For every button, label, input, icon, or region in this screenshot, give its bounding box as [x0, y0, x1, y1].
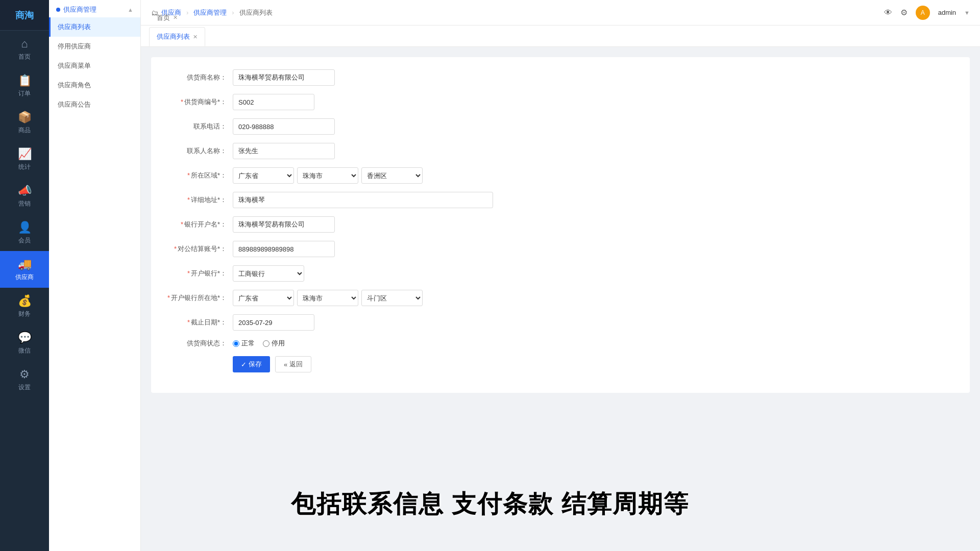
breadcrumb-current: 供应商列表: [239, 8, 273, 17]
status-normal-radio[interactable]: 正常: [233, 339, 255, 348]
supplier-name-label: 供货商名称：: [166, 73, 233, 82]
admin-dropdown-icon[interactable]: ▼: [964, 10, 970, 16]
marketing-icon: 📣: [18, 184, 32, 197]
tab-close-supplier-list[interactable]: ✕: [193, 34, 198, 40]
bank-name-select[interactable]: 工商银行建设银行中国银行农业银行: [233, 265, 304, 282]
nav-item-supplier-notice[interactable]: 供应商公告: [49, 95, 140, 114]
nav-collapse-icon[interactable]: ▲: [128, 7, 133, 13]
field-contact-name: 联系人名称：: [166, 143, 954, 159]
sidebar-item-product[interactable]: 📦 商品: [0, 104, 49, 141]
field-bank-region: 开户银行所在地*： 广东省广西省 珠海市广州市 斗门区香洲区金湾区: [166, 290, 954, 306]
field-supplier-code: 供货商编号*：: [166, 94, 954, 110]
sidebar-item-order[interactable]: 📋 订单: [0, 67, 49, 104]
supplier-name-input[interactable]: [233, 69, 335, 86]
sidebar-item-wechat[interactable]: 💬 微信: [0, 324, 49, 361]
avatar: A: [916, 6, 930, 20]
member-label: 会员: [18, 236, 31, 245]
tab-home[interactable]: 首页✕: [149, 8, 205, 27]
settings-icon: ⚙: [19, 368, 30, 381]
bank-region-selects: 广东省广西省 珠海市广州市 斗门区香洲区金湾区: [233, 290, 423, 306]
home-icon: ⌂: [21, 37, 28, 51]
sidebar-item-settings[interactable]: ⚙ 设置: [0, 361, 49, 398]
region-province-select[interactable]: 广东省广西省北京市: [233, 167, 294, 184]
bank-region-district-select[interactable]: 斗门区香洲区金湾区: [361, 290, 423, 306]
app-logo: 商淘: [0, 0, 49, 31]
tab-label-supplier-list: 供应商列表: [157, 32, 190, 41]
sidebar-item-marketing[interactable]: 📣 营销: [0, 178, 49, 214]
btn-group: ✓ 保存 « 返回: [233, 356, 311, 372]
status-disabled-radio[interactable]: 停用: [263, 339, 285, 348]
bank-region-province-select[interactable]: 广东省广西省: [233, 290, 294, 306]
nav-item-disabled-supplier[interactable]: 停用供应商: [49, 37, 140, 56]
nav-item-supplier-order[interactable]: 供应商菜单: [49, 56, 140, 76]
status-normal-label: 正常: [241, 339, 255, 348]
topbar-actions: 👁 ⚙ A admin ▼: [884, 6, 970, 20]
stats-icon: 📈: [18, 147, 32, 161]
bank-account-input[interactable]: [233, 241, 335, 257]
supplier-icon: 🚚: [18, 258, 32, 271]
region-district-select[interactable]: 香洲区金湾区斗门区: [361, 167, 423, 184]
region-city-select[interactable]: 珠海市广州市深圳市: [297, 167, 358, 184]
admin-name[interactable]: admin: [938, 9, 956, 16]
tab-label-home: 首页: [157, 13, 170, 22]
region-selects: 广东省广西省北京市 珠海市广州市深圳市 香洲区金湾区斗门区: [233, 167, 423, 184]
eye-icon[interactable]: 👁: [884, 8, 892, 17]
field-supplier-name: 供货商名称：: [166, 69, 954, 86]
address-label: 详细地址*：: [166, 195, 233, 205]
field-bank-name: 开户银行*： 工商银行建设银行中国银行农业银行: [166, 265, 954, 282]
wechat-icon: 💬: [18, 331, 32, 344]
contact-name-label: 联系人名称：: [166, 146, 233, 156]
finance-label: 财务: [18, 310, 31, 318]
sidebar-item-supplier[interactable]: 🚚 供应商: [0, 251, 49, 288]
region-label: 所在区域*：: [166, 171, 233, 180]
nav-item-supplier-role[interactable]: 供应商角色: [49, 76, 140, 95]
product-icon: 📦: [18, 111, 32, 124]
bank-account-name-label: 银行开户名*：: [166, 220, 233, 229]
field-region: 所在区域*： 广东省广西省北京市 珠海市广州市深圳市 香洲区金湾区斗门区: [166, 167, 954, 184]
sidebar-item-member[interactable]: 👤 会员: [0, 214, 49, 251]
order-label: 订单: [18, 89, 31, 98]
topbar: 🗂 供应商 › 供应商管理 › 供应商列表 👁 ⚙ A admin ▼: [141, 0, 980, 26]
sidebar-item-finance[interactable]: 💰 财务: [0, 288, 49, 324]
breadcrumb-sep-2: ›: [232, 9, 234, 16]
wechat-label: 微信: [18, 346, 31, 355]
sidebar: 商淘 ⌂ 首页 📋 订单 📦 商品 📈 统计 📣 营销 👤 会员 🚚 供应商 💰…: [0, 0, 49, 551]
content-area: 供货商名称： 供货商编号*： 联系电话： 联系人名称： 所在区域*：: [141, 47, 980, 551]
address-input[interactable]: [233, 192, 493, 208]
home-label: 首页: [18, 53, 31, 61]
member-icon: 👤: [18, 221, 32, 234]
supplier-code-input[interactable]: [233, 94, 314, 110]
status-label: 供货商状态：: [166, 339, 233, 348]
settings-label: 设置: [18, 383, 31, 392]
status-disabled-label: 停用: [272, 339, 285, 348]
field-bank-account: 对公结算账号*：: [166, 241, 954, 257]
deadline-label: 截止日期*：: [166, 318, 233, 327]
deadline-input[interactable]: [233, 314, 314, 331]
save-button[interactable]: ✓ 保存: [233, 356, 270, 372]
nav-dot-icon: [56, 8, 60, 12]
marketing-label: 营销: [18, 199, 31, 208]
product-label: 商品: [18, 126, 31, 135]
nav-panel-header[interactable]: 供应商管理 ▲: [49, 0, 140, 17]
status-radio-group: 正常 停用: [233, 339, 285, 348]
finance-icon: 💰: [18, 294, 32, 308]
bank-name-label: 开户银行*：: [166, 269, 233, 278]
sidebar-item-home[interactable]: ⌂ 首页: [0, 31, 49, 67]
settings-icon[interactable]: ⚙: [900, 8, 908, 17]
bank-region-city-select[interactable]: 珠海市广州市: [297, 290, 358, 306]
nav-panel-title: 供应商管理: [63, 5, 96, 14]
contact-phone-input[interactable]: [233, 118, 335, 135]
check-icon: ✓: [241, 361, 247, 368]
stats-label: 统计: [18, 163, 31, 171]
back-button[interactable]: « 返回: [275, 356, 311, 372]
nav-item-supplier-list[interactable]: 供应商列表: [49, 17, 140, 37]
contact-name-input[interactable]: [233, 143, 335, 159]
contact-phone-label: 联系电话：: [166, 122, 233, 131]
sidebar-item-stats[interactable]: 📈 统计: [0, 141, 49, 178]
bank-account-name-input[interactable]: [233, 216, 335, 233]
form-actions: ✓ 保存 « 返回: [166, 356, 954, 372]
tab-supplier-list[interactable]: 供应商列表✕: [149, 27, 205, 46]
nav-panel: 供应商管理 ▲ 供应商列表停用供应商供应商菜单供应商角色供应商公告: [49, 0, 141, 551]
tab-close-home[interactable]: ✕: [173, 14, 178, 21]
back-icon: «: [284, 361, 287, 368]
